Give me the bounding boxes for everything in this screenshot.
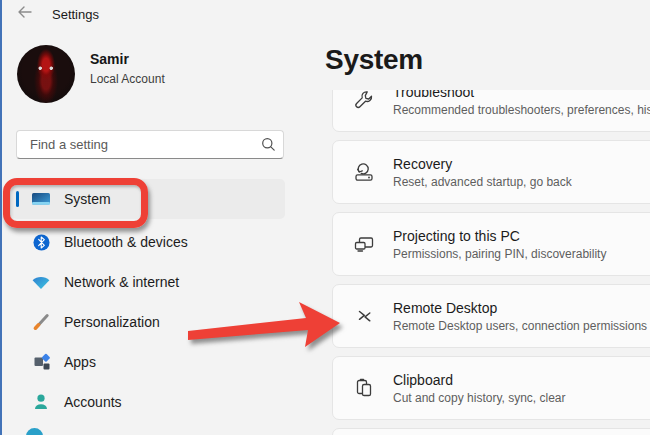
sidebar-item-network[interactable]: Network & internet — [12, 262, 285, 302]
card-subtitle: Reset, advanced startup, go back — [393, 175, 572, 189]
card-title: Troubleshoot — [393, 90, 650, 100]
card-subtitle: Remote Desktop users, connection permiss… — [393, 319, 647, 333]
card-troubleshoot[interactable]: Troubleshoot Recommended troubleshooters… — [332, 90, 650, 132]
card-recovery[interactable]: Recovery Reset, advanced startup, go bac… — [332, 140, 650, 204]
card-subtitle: Cut and copy history, sync, clear — [393, 391, 566, 405]
bluetooth-icon — [30, 234, 52, 251]
settings-window: { "window": { "title": "Settings" }, "pr… — [0, 0, 650, 435]
card-title: Recovery — [393, 156, 572, 172]
paintbrush-icon — [30, 313, 52, 331]
card-title: Projecting to this PC — [393, 228, 606, 244]
search-box[interactable] — [16, 130, 284, 159]
card-projecting[interactable]: Projecting to this PC Permissions, pairi… — [332, 212, 650, 276]
accounts-icon — [30, 393, 52, 411]
sidebar-item-label: Network & internet — [64, 274, 179, 290]
card-remote-desktop[interactable]: Remote Desktop Remote Desktop users, con… — [332, 284, 650, 348]
sidebar-item-label: Apps — [64, 354, 96, 370]
app-title: Settings — [52, 7, 99, 22]
sidebar-item-apps[interactable]: Apps — [12, 342, 285, 382]
apps-icon — [30, 353, 52, 372]
settings-cards-list: Troubleshoot Recommended troubleshooters… — [332, 90, 650, 435]
sidebar-item-personalization[interactable]: Personalization — [12, 302, 285, 342]
sidebar-item-label: Personalization — [64, 314, 160, 330]
next-sidebar-icon-partial — [26, 428, 43, 435]
sidebar-item-accounts[interactable]: Accounts — [12, 382, 285, 422]
projecting-icon — [352, 233, 376, 255]
card-subtitle: Permissions, pairing PIN, discoverabilit… — [393, 247, 606, 261]
back-arrow-icon — [17, 5, 33, 23]
card-clipboard[interactable]: Clipboard Cut and copy history, sync, cl… — [332, 356, 650, 420]
titlebar: Settings — [10, 2, 99, 26]
clipboard-icon — [352, 377, 376, 399]
display-icon — [30, 191, 52, 208]
page-title: System — [325, 44, 423, 76]
sidebar-item-label: System — [64, 191, 111, 207]
card-title: Remote Desktop — [393, 300, 647, 316]
card-title: Clipboard — [393, 372, 566, 388]
card-partial-next — [332, 428, 650, 435]
profile-name: Samir — [90, 51, 129, 67]
wifi-icon — [30, 274, 52, 290]
sidebar-item-system[interactable]: System — [12, 179, 285, 219]
profile-account-type: Local Account — [90, 72, 165, 86]
selected-accent-bar — [16, 191, 19, 207]
recovery-icon — [352, 161, 376, 183]
wrench-icon — [352, 90, 376, 111]
sidebar-item-bluetooth[interactable]: Bluetooth & devices — [12, 222, 285, 262]
sidebar-item-label: Accounts — [64, 394, 122, 410]
card-subtitle: Recommended troubleshooters, preferences… — [393, 103, 650, 117]
search-input[interactable] — [17, 137, 253, 152]
window-edge — [0, 0, 2, 435]
sidebar-item-label: Bluetooth & devices — [64, 234, 188, 250]
remote-desktop-icon — [352, 305, 376, 327]
avatar[interactable] — [17, 45, 75, 103]
search-icon[interactable] — [253, 137, 283, 152]
back-button[interactable] — [10, 3, 40, 25]
